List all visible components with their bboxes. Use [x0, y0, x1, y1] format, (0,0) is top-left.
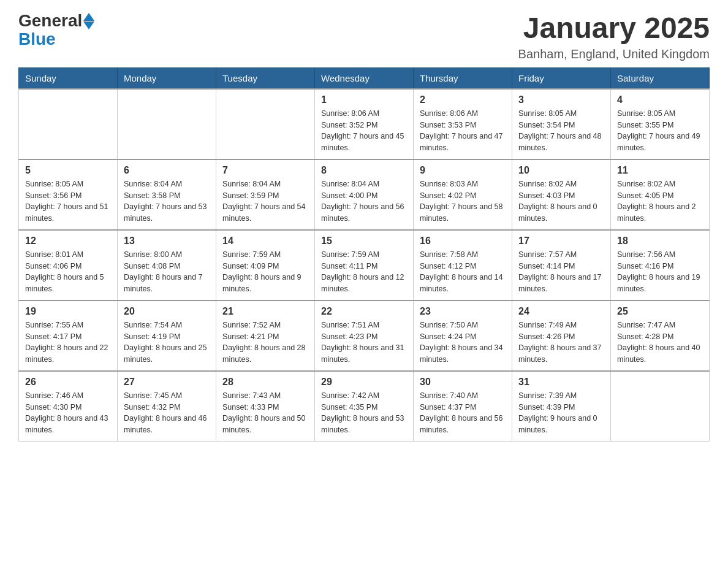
calendar-cell: 8Sunrise: 8:04 AMSunset: 4:00 PMDaylight…	[315, 159, 414, 230]
day-number: 14	[222, 236, 308, 247]
day-info: Sunrise: 7:45 AMSunset: 4:32 PMDaylight:…	[124, 390, 210, 436]
day-number: 2	[420, 94, 506, 105]
day-number: 26	[25, 377, 111, 388]
day-info: Sunrise: 8:04 AMSunset: 3:58 PMDaylight:…	[124, 178, 210, 224]
calendar-cell: 30Sunrise: 7:40 AMSunset: 4:37 PMDayligh…	[414, 371, 512, 442]
day-info: Sunrise: 8:00 AMSunset: 4:08 PMDaylight:…	[124, 249, 210, 295]
day-number: 21	[222, 306, 308, 317]
calendar-cell: 20Sunrise: 7:54 AMSunset: 4:19 PMDayligh…	[118, 301, 216, 371]
calendar-cell: 2Sunrise: 8:06 AMSunset: 3:53 PMDaylight…	[414, 89, 512, 159]
day-number: 24	[518, 306, 604, 317]
location-text: Banham, England, United Kingdom	[518, 47, 710, 61]
calendar-cell: 26Sunrise: 7:46 AMSunset: 4:30 PMDayligh…	[19, 371, 118, 442]
day-number: 30	[420, 377, 506, 388]
calendar-cell: 10Sunrise: 8:02 AMSunset: 4:03 PMDayligh…	[512, 159, 611, 230]
calendar-cell: 6Sunrise: 8:04 AMSunset: 3:58 PMDaylight…	[118, 159, 216, 230]
day-number: 28	[222, 377, 308, 388]
logo-blue-text: Blue	[18, 29, 56, 49]
day-info: Sunrise: 7:39 AMSunset: 4:39 PMDaylight:…	[518, 390, 604, 436]
day-number: 29	[321, 377, 407, 388]
day-number: 18	[617, 236, 703, 247]
day-info: Sunrise: 8:06 AMSunset: 3:52 PMDaylight:…	[321, 108, 407, 154]
day-info: Sunrise: 8:03 AMSunset: 4:02 PMDaylight:…	[420, 178, 506, 224]
day-info: Sunrise: 8:02 AMSunset: 4:03 PMDaylight:…	[518, 178, 604, 224]
calendar-cell: 4Sunrise: 8:05 AMSunset: 3:55 PMDaylight…	[611, 89, 710, 159]
calendar-cell: 16Sunrise: 7:58 AMSunset: 4:12 PMDayligh…	[414, 230, 512, 301]
day-number: 10	[518, 165, 604, 176]
calendar-cell	[19, 89, 118, 159]
day-info: Sunrise: 7:51 AMSunset: 4:23 PMDaylight:…	[321, 320, 407, 366]
calendar-cell: 27Sunrise: 7:45 AMSunset: 4:32 PMDayligh…	[118, 371, 216, 442]
day-info: Sunrise: 7:52 AMSunset: 4:21 PMDaylight:…	[222, 320, 308, 366]
day-number: 1	[321, 94, 407, 105]
calendar-cell: 28Sunrise: 7:43 AMSunset: 4:33 PMDayligh…	[216, 371, 315, 442]
day-info: Sunrise: 7:59 AMSunset: 4:11 PMDaylight:…	[321, 249, 407, 295]
day-info: Sunrise: 7:47 AMSunset: 4:28 PMDaylight:…	[617, 320, 703, 366]
calendar-cell: 9Sunrise: 8:03 AMSunset: 4:02 PMDaylight…	[414, 159, 512, 230]
calendar-cell: 1Sunrise: 8:06 AMSunset: 3:52 PMDaylight…	[315, 89, 414, 159]
calendar-cell: 17Sunrise: 7:57 AMSunset: 4:14 PMDayligh…	[512, 230, 611, 301]
day-number: 23	[420, 306, 506, 317]
day-info: Sunrise: 7:59 AMSunset: 4:09 PMDaylight:…	[222, 249, 308, 295]
calendar-cell: 3Sunrise: 8:05 AMSunset: 3:54 PMDaylight…	[512, 89, 611, 159]
day-info: Sunrise: 7:43 AMSunset: 4:33 PMDaylight:…	[222, 390, 308, 436]
calendar-cell	[118, 89, 216, 159]
day-number: 8	[321, 165, 407, 176]
day-info: Sunrise: 7:42 AMSunset: 4:35 PMDaylight:…	[321, 390, 407, 436]
day-number: 31	[518, 377, 604, 388]
day-info: Sunrise: 7:58 AMSunset: 4:12 PMDaylight:…	[420, 249, 506, 295]
calendar-week-2: 5Sunrise: 8:05 AMSunset: 3:56 PMDaylight…	[19, 159, 710, 230]
day-number: 19	[25, 306, 111, 317]
calendar-cell: 21Sunrise: 7:52 AMSunset: 4:21 PMDayligh…	[216, 301, 315, 371]
day-info: Sunrise: 7:54 AMSunset: 4:19 PMDaylight:…	[124, 320, 210, 366]
calendar-cell: 19Sunrise: 7:55 AMSunset: 4:17 PMDayligh…	[19, 301, 118, 371]
day-info: Sunrise: 8:06 AMSunset: 3:53 PMDaylight:…	[420, 108, 506, 154]
day-info: Sunrise: 7:56 AMSunset: 4:16 PMDaylight:…	[617, 249, 703, 295]
day-number: 27	[124, 377, 210, 388]
day-number: 20	[124, 306, 210, 317]
calendar-cell: 5Sunrise: 8:05 AMSunset: 3:56 PMDaylight…	[19, 159, 118, 230]
calendar-cell: 7Sunrise: 8:04 AMSunset: 3:59 PMDaylight…	[216, 159, 315, 230]
day-number: 16	[420, 236, 506, 247]
calendar-cell	[611, 371, 710, 442]
day-info: Sunrise: 7:55 AMSunset: 4:17 PMDaylight:…	[25, 320, 111, 366]
calendar-week-5: 26Sunrise: 7:46 AMSunset: 4:30 PMDayligh…	[19, 371, 710, 442]
calendar-cell: 29Sunrise: 7:42 AMSunset: 4:35 PMDayligh…	[315, 371, 414, 442]
calendar-cell: 22Sunrise: 7:51 AMSunset: 4:23 PMDayligh…	[315, 301, 414, 371]
weekday-header-sunday: Sunday	[19, 67, 118, 89]
day-number: 17	[518, 236, 604, 247]
calendar-week-1: 1Sunrise: 8:06 AMSunset: 3:52 PMDaylight…	[19, 89, 710, 159]
day-number: 4	[617, 94, 703, 105]
day-info: Sunrise: 8:05 AMSunset: 3:56 PMDaylight:…	[25, 178, 111, 224]
weekday-header-thursday: Thursday	[414, 67, 512, 89]
day-info: Sunrise: 7:49 AMSunset: 4:26 PMDaylight:…	[518, 320, 604, 366]
day-info: Sunrise: 7:40 AMSunset: 4:37 PMDaylight:…	[420, 390, 506, 436]
calendar-week-3: 12Sunrise: 8:01 AMSunset: 4:06 PMDayligh…	[19, 230, 710, 301]
month-title: January 2025	[518, 12, 710, 45]
calendar-cell: 23Sunrise: 7:50 AMSunset: 4:24 PMDayligh…	[414, 301, 512, 371]
calendar-cell: 11Sunrise: 8:02 AMSunset: 4:05 PMDayligh…	[611, 159, 710, 230]
day-info: Sunrise: 7:46 AMSunset: 4:30 PMDaylight:…	[25, 390, 111, 436]
day-number: 15	[321, 236, 407, 247]
weekday-header-wednesday: Wednesday	[315, 67, 414, 89]
day-number: 3	[518, 94, 604, 105]
day-number: 22	[321, 306, 407, 317]
day-number: 7	[222, 165, 308, 176]
day-number: 13	[124, 236, 210, 247]
day-info: Sunrise: 8:05 AMSunset: 3:55 PMDaylight:…	[617, 108, 703, 154]
day-number: 12	[25, 236, 111, 247]
day-info: Sunrise: 7:57 AMSunset: 4:14 PMDaylight:…	[518, 249, 604, 295]
calendar-cell: 25Sunrise: 7:47 AMSunset: 4:28 PMDayligh…	[611, 301, 710, 371]
day-info: Sunrise: 8:05 AMSunset: 3:54 PMDaylight:…	[518, 108, 604, 154]
day-number: 11	[617, 165, 703, 176]
day-info: Sunrise: 8:02 AMSunset: 4:05 PMDaylight:…	[617, 178, 703, 224]
title-section: January 2025 Banham, England, United Kin…	[518, 12, 710, 61]
day-number: 25	[617, 306, 703, 317]
day-number: 5	[25, 165, 111, 176]
calendar-cell: 12Sunrise: 8:01 AMSunset: 4:06 PMDayligh…	[19, 230, 118, 301]
calendar-cell: 15Sunrise: 7:59 AMSunset: 4:11 PMDayligh…	[315, 230, 414, 301]
calendar-cell	[216, 89, 315, 159]
calendar-cell: 31Sunrise: 7:39 AMSunset: 4:39 PMDayligh…	[512, 371, 611, 442]
weekday-header-monday: Monday	[118, 67, 216, 89]
calendar-header-row: SundayMondayTuesdayWednesdayThursdayFrid…	[19, 67, 710, 89]
